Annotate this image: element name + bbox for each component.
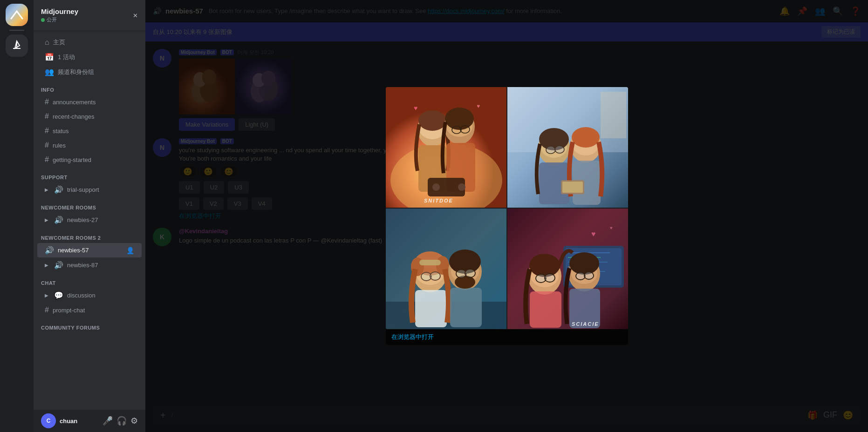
server-icon-sailboat[interactable] (6, 34, 28, 57)
svg-point-26 (432, 183, 440, 191)
hash-icon: # (45, 155, 49, 164)
headphones-icon[interactable]: 🎧 (116, 416, 127, 426)
modal-quadrant-1: ♥ ♥ SNITDOE (386, 87, 506, 208)
section-support: SUPPORT (34, 167, 145, 182)
voice-icon: 🔊 (54, 261, 63, 270)
open-browser-text[interactable]: 在浏览器中打开 (391, 333, 434, 340)
expand-icon: ▶ (45, 263, 48, 268)
forum-icon: 💬 (54, 291, 63, 300)
voice-icon: 🔊 (45, 246, 54, 255)
sidebar-item-prompt-chat[interactable]: # prompt-chat (37, 303, 142, 317)
sidebar-item-rules[interactable]: # rules (37, 138, 142, 152)
user-count-icon: 👤 (126, 247, 134, 254)
server-status: 公开 (41, 16, 78, 23)
channel-sidebar: Midjourney 公开 ✕ ⌂ 主页 📅 1 活动 👥 频道和身份组 INF… (34, 0, 145, 432)
svg-point-27 (458, 183, 465, 191)
sidebar-item-roles[interactable]: 👥 频道和身份组 (37, 65, 142, 79)
sidebar-item-home[interactable]: ⌂ 主页 (37, 35, 142, 49)
hash-icon: # (45, 306, 49, 314)
server-header[interactable]: Midjourney 公开 ✕ (34, 0, 145, 31)
section-community-forums: COMMUNITY FORUMS (34, 317, 145, 332)
server-sidebar (0, 0, 34, 432)
svg-line-22 (460, 129, 461, 130)
expand-icon: ▶ (45, 293, 48, 298)
svg-text:SNITDOE: SNITDOE (424, 198, 453, 203)
hash-icon: # (45, 98, 49, 106)
svg-point-37 (555, 146, 564, 153)
expand-icon: ▶ (45, 217, 48, 223)
sidebar-item-events[interactable]: 📅 1 活动 (37, 50, 142, 64)
modal-overlay[interactable]: ♥ ♥ SNITDOE (145, 0, 868, 432)
svg-text:♥: ♥ (477, 103, 480, 109)
channel-list: ⌂ 主页 📅 1 活动 👥 频道和身份组 INFO # announcement… (34, 31, 145, 410)
svg-line-90 (584, 276, 585, 276)
sidebar-item-newbies-27[interactable]: ▶ 🔊 newbies-27 (37, 213, 142, 227)
svg-line-66 (465, 273, 466, 274)
svg-point-80 (529, 254, 560, 277)
svg-line-38 (555, 149, 555, 150)
sidebar-item-recent-changes[interactable]: # recent-changes (37, 109, 142, 123)
sidebar-item-getting-started[interactable]: # getting-started (37, 153, 142, 167)
sidebar-item-newbies-57[interactable]: 🔊 newbies-57 👤 (37, 243, 142, 257)
modal-bottom-bar: 在浏览器中打开 (386, 329, 628, 345)
server-icon-midjourney[interactable] (6, 4, 28, 26)
roles-icon: 👥 (45, 68, 54, 76)
svg-point-57 (430, 272, 440, 280)
svg-rect-44 (562, 182, 583, 193)
hash-icon: # (45, 127, 49, 135)
svg-rect-61 (450, 288, 482, 327)
modal-quadrant-3 (386, 209, 506, 329)
svg-point-62 (449, 250, 481, 274)
svg-point-87 (569, 252, 599, 275)
calendar-icon: 📅 (45, 53, 54, 61)
svg-line-58 (430, 276, 431, 277)
svg-point-65 (465, 269, 475, 277)
sidebar-item-status[interactable]: # status (37, 124, 142, 138)
svg-line-83 (545, 278, 546, 278)
server-divider (9, 30, 24, 31)
section-chat: CHAT (34, 273, 145, 288)
expand-icon: ▶ (45, 187, 48, 192)
modal-quadrant-4: ♥ ♥ (507, 209, 628, 329)
hash-icon: # (45, 141, 49, 149)
section-info: INFO (34, 80, 145, 94)
home-icon: ⌂ (45, 38, 49, 47)
user-info: chuan (60, 418, 99, 425)
sidebar-item-discussion[interactable]: ▶ 💬 discussion (37, 288, 142, 303)
svg-text:SCIACIE: SCIACIE (572, 321, 599, 327)
svg-text:♥: ♥ (610, 225, 613, 230)
sidebar-footer: C chuan 🎤 🎧 ⚙ (34, 410, 145, 432)
avatar: C (41, 413, 56, 428)
svg-point-88 (576, 272, 585, 280)
settings-icon[interactable]: ⚙ (130, 416, 138, 426)
chevron-down-icon: ✕ (133, 12, 138, 19)
sidebar-item-trial-support[interactable]: ▶ 🔊 trial-support (37, 182, 142, 197)
svg-rect-31 (601, 92, 626, 138)
modal-image-grid: ♥ ♥ SNITDOE (386, 87, 628, 329)
voice-icon: 🔊 (54, 216, 63, 224)
svg-point-82 (545, 274, 555, 282)
hash-icon: # (45, 112, 49, 121)
microphone-icon[interactable]: 🎤 (103, 416, 113, 426)
svg-point-15 (418, 110, 446, 131)
svg-rect-55 (419, 260, 441, 265)
svg-rect-51 (415, 290, 447, 327)
voice-icon: 🔊 (54, 185, 63, 194)
modal-container: ♥ ♥ SNITDOE (386, 87, 628, 345)
status-dot (41, 18, 45, 22)
section-newcomer-rooms-2: NEWCOMER ROOMS 2 (34, 228, 145, 243)
sidebar-item-announcements[interactable]: # announcements (37, 95, 142, 109)
svg-point-42 (572, 127, 600, 148)
main-content: 🔊 newbies-57 Bot room for new users. Typ… (145, 0, 868, 432)
svg-point-89 (584, 272, 594, 279)
sidebar-item-newbies-87[interactable]: ▶ 🔊 newbies-87 (37, 258, 142, 272)
svg-point-36 (546, 146, 555, 154)
svg-text:♥: ♥ (414, 104, 417, 112)
svg-text:♥: ♥ (591, 230, 596, 238)
username: chuan (60, 418, 99, 425)
section-newcomer-rooms: NEWCOMER ROOMS (34, 197, 145, 212)
svg-rect-79 (530, 291, 561, 328)
server-name: Midjourney (41, 7, 78, 15)
modal-quadrant-2 (507, 87, 628, 208)
footer-icons: 🎤 🎧 ⚙ (103, 416, 138, 426)
